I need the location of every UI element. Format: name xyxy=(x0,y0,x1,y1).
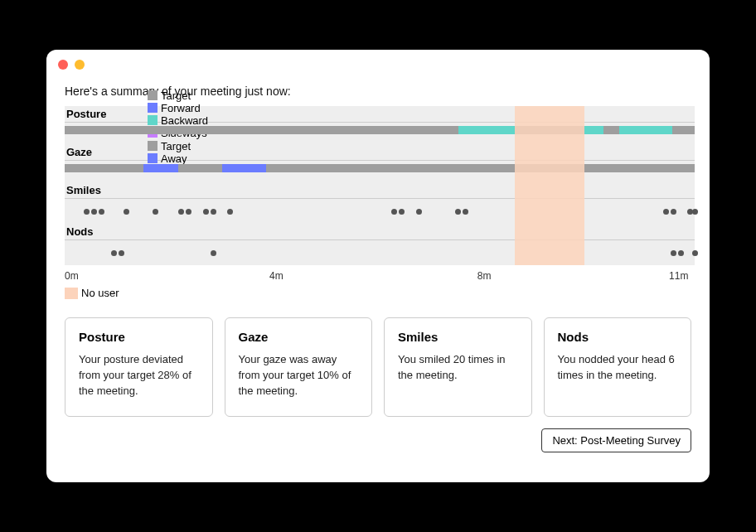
event-dot xyxy=(84,209,90,215)
event-dot xyxy=(178,209,184,215)
smiles-row: Smiles xyxy=(65,182,695,224)
posture-row: Posture TargetForwardBackwardSideways xyxy=(65,106,695,134)
gaze-label: Gaze xyxy=(65,146,148,158)
axis-tick-label: 0m xyxy=(65,270,79,282)
posture-track xyxy=(65,126,695,134)
event-dot xyxy=(671,209,676,215)
close-icon[interactable] xyxy=(58,60,68,70)
bar-segment xyxy=(619,126,673,134)
event-dot xyxy=(678,250,684,256)
event-dot xyxy=(663,209,669,215)
axis-tick-label: 11m xyxy=(669,270,688,282)
summary-card: PostureYour posture deviated from your t… xyxy=(65,317,213,417)
event-dot xyxy=(91,209,97,215)
axis-tick-label: 8m xyxy=(477,270,492,282)
legend-item: Target xyxy=(148,89,208,102)
bar-segment xyxy=(222,164,266,172)
legend-item: Away xyxy=(148,152,191,165)
gaze-row: Gaze TargetAway xyxy=(65,144,695,172)
smiles-track xyxy=(65,199,695,224)
card-title: Posture xyxy=(79,330,199,344)
event-dot xyxy=(203,209,209,215)
event-dot xyxy=(186,209,191,215)
nods-label: Nods xyxy=(65,225,148,238)
legend-swatch-icon xyxy=(148,103,158,113)
event-dot xyxy=(455,209,461,215)
bar-segment xyxy=(584,126,603,134)
legend-swatch-icon xyxy=(148,90,158,100)
event-dot xyxy=(124,209,129,215)
minimize-icon[interactable] xyxy=(75,60,85,70)
no-user-region xyxy=(515,106,584,265)
nods-row: Nods xyxy=(65,224,695,265)
event-dot xyxy=(111,250,117,256)
event-dot xyxy=(692,250,698,256)
event-dot xyxy=(153,209,158,215)
posture-label: Posture xyxy=(65,108,148,120)
bar-segment xyxy=(143,164,178,172)
legend-label: Target xyxy=(161,89,191,102)
summary-card: GazeYour gaze was away from your target … xyxy=(225,317,373,417)
bar-segment xyxy=(458,126,515,134)
event-dot xyxy=(391,209,397,215)
legend-item: Backward xyxy=(148,114,208,127)
event-dot xyxy=(671,250,676,256)
card-title: Gaze xyxy=(239,330,359,344)
event-dot xyxy=(211,250,216,256)
smiles-label: Smiles xyxy=(65,184,148,196)
event-dot xyxy=(692,209,698,215)
event-dot xyxy=(463,209,468,215)
legend-label: Backward xyxy=(161,114,208,127)
no-user-legend: No user xyxy=(65,287,695,299)
event-dot xyxy=(227,209,233,215)
event-dot xyxy=(399,209,405,215)
no-user-label: No user xyxy=(81,287,119,299)
card-text: You nodded your head 6 times in the meet… xyxy=(558,352,678,384)
summary-card: NodsYou nodded your head 6 times in the … xyxy=(544,317,692,417)
axis-tick-label: 4m xyxy=(269,270,284,282)
no-user-swatch-icon xyxy=(65,288,78,299)
card-text: You smiled 20 times in the meeting. xyxy=(398,352,518,384)
legend-swatch-icon xyxy=(148,141,158,151)
summary-cards: PostureYour posture deviated from your t… xyxy=(65,317,691,417)
event-dot xyxy=(416,209,422,215)
legend-item: Target xyxy=(148,140,191,152)
card-title: Nods xyxy=(558,330,678,344)
event-dot xyxy=(119,250,124,256)
next-button[interactable]: Next: Post-Meeting Survey xyxy=(541,428,691,452)
event-dot xyxy=(99,209,104,215)
card-text: Your posture deviated from your target 2… xyxy=(79,352,199,399)
gaze-track xyxy=(65,164,695,172)
card-text: Your gaze was away from your target 10% … xyxy=(239,352,359,399)
legend-label: Target xyxy=(161,140,191,152)
legend-label: Forward xyxy=(161,102,201,114)
summary-window: Here's a summary of your meeting just no… xyxy=(46,50,710,482)
time-axis: 0m4m8m11m xyxy=(65,270,695,283)
timeline-chart: Posture TargetForwardBackwardSideways Ga… xyxy=(65,106,695,299)
event-dot xyxy=(211,209,216,215)
legend-item: Forward xyxy=(148,102,208,114)
legend-label: Away xyxy=(161,152,187,165)
nods-track xyxy=(65,240,695,265)
legend-swatch-icon xyxy=(148,153,158,163)
legend-swatch-icon xyxy=(148,115,158,125)
summary-card: SmilesYou smiled 20 times in the meeting… xyxy=(384,317,532,417)
window-controls xyxy=(58,60,85,70)
card-title: Smiles xyxy=(398,330,518,344)
